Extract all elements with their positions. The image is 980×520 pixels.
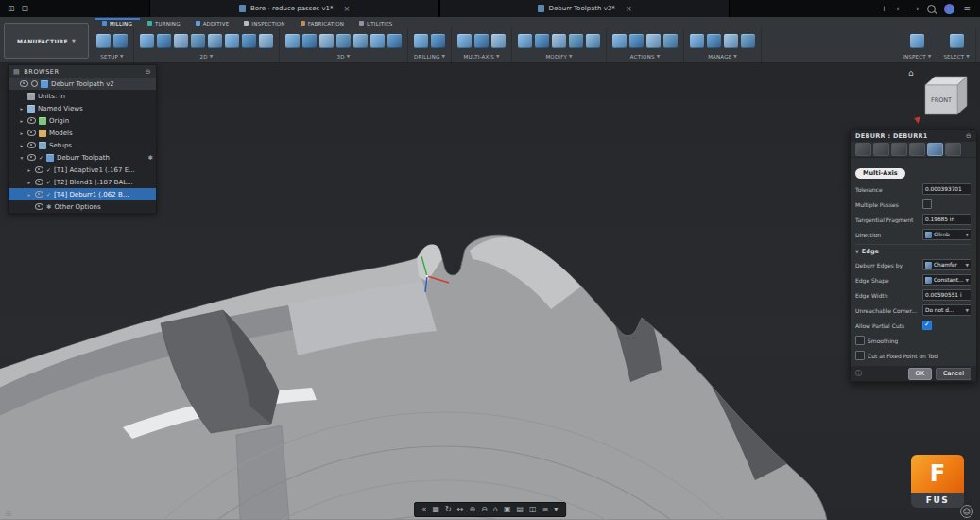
- ribbon-tool-icon[interactable]: [174, 34, 188, 48]
- document-tab-deburr[interactable]: Deburr Toolpath v2* ×: [439, 0, 730, 17]
- section-header-edge[interactable]: ▼Edge: [855, 244, 971, 257]
- ribbon-tool-icon[interactable]: [319, 34, 334, 48]
- direction-select[interactable]: Climb▼: [922, 229, 971, 240]
- user-avatar[interactable]: [944, 4, 954, 14]
- multiple-passes-checkbox[interactable]: [922, 199, 932, 209]
- app-grid-icon[interactable]: ⊞: [8, 4, 15, 13]
- tree-caret-icon[interactable]: ▸: [19, 130, 25, 136]
- ribbon-group-label[interactable]: 2D▼: [200, 51, 214, 61]
- dialog-tab-display-icon[interactable]: [945, 143, 961, 156]
- nav-look-at-icon[interactable]: ▣: [504, 503, 511, 516]
- ribbon-tool-icon[interactable]: [370, 34, 385, 48]
- nav-display-settings-icon[interactable]: ≡: [542, 503, 549, 516]
- visibility-eye-icon[interactable]: [35, 179, 43, 185]
- tab-close-icon[interactable]: ×: [344, 5, 351, 13]
- ribbon-tool-icon[interactable]: [191, 34, 205, 48]
- ribbon-tab-turning[interactable]: TURNING: [140, 18, 188, 28]
- ribbon-group-label[interactable]: DRILLING▼: [414, 51, 445, 61]
- cancel-button[interactable]: Cancel: [936, 368, 971, 380]
- ok-button[interactable]: OK: [908, 368, 932, 380]
- ribbon-tool-icon[interactable]: [629, 34, 644, 48]
- ribbon-tool-icon[interactable]: [646, 34, 661, 48]
- ribbon-tool-icon[interactable]: [612, 34, 627, 48]
- undo-icon[interactable]: ←: [896, 4, 903, 13]
- ribbon-tool-icon[interactable]: [140, 34, 154, 48]
- ribbon-tool-icon[interactable]: [491, 34, 506, 48]
- ribbon-tool-icon[interactable]: [569, 34, 583, 48]
- ribbon-tool-icon[interactable]: [586, 34, 600, 48]
- browser-row-t4-deburr1-062-b[interactable]: ▸✓[T4] Deburr1 (.062 B...: [9, 188, 156, 200]
- ribbon-tool-icon[interactable]: [208, 34, 222, 48]
- visibility-eye-icon[interactable]: [27, 117, 36, 124]
- nav-zoom-in-icon[interactable]: ⊕: [469, 503, 475, 516]
- browser-row-origin[interactable]: ▸Origin: [9, 114, 156, 127]
- workspace-selector[interactable]: MANUFACTURE ▼: [4, 23, 89, 59]
- dialog-tab-passes-icon[interactable]: [909, 143, 925, 156]
- menu-icon[interactable]: ≡: [963, 4, 971, 13]
- ribbon-tool-icon[interactable]: [552, 34, 566, 48]
- visibility-eye-icon[interactable]: [27, 142, 36, 148]
- ribbon-tool-icon[interactable]: [414, 34, 428, 48]
- nav-viewports-icon[interactable]: ◫: [529, 503, 537, 516]
- document-tab-bore[interactable]: Bore - reduce passes v1* ×: [149, 0, 439, 17]
- tree-caret-icon[interactable]: ▾: [19, 155, 25, 161]
- layout-grid-icon[interactable]: ⊞: [5, 509, 12, 518]
- browser-row-deburr-toolpath[interactable]: ▾✓Deburr Toolpath✱: [9, 151, 156, 164]
- tangential-fragment-input[interactable]: 0.19685 in: [922, 214, 971, 225]
- ribbon-tool-icon[interactable]: [157, 34, 171, 48]
- nav-collapse-icon[interactable]: «: [422, 503, 427, 516]
- visibility-eye-icon[interactable]: [27, 130, 36, 136]
- dialog-collapse-icon[interactable]: ⊖: [966, 132, 971, 140]
- ribbon-tool-icon[interactable]: [113, 34, 128, 48]
- browser-row-t1-adaptive1-167-e[interactable]: ▸✓[T1] Adaptive1 (.167 E...: [9, 164, 156, 176]
- browser-row-setups[interactable]: ▸Setups: [9, 139, 156, 151]
- ribbon-tool-icon[interactable]: [724, 34, 738, 48]
- allow-partial-cuts-checkbox[interactable]: [922, 321, 932, 330]
- nav-home-icon[interactable]: ⌂: [493, 503, 498, 516]
- ribbon-tab-milling[interactable]: MILLING: [95, 18, 140, 28]
- browser-row-units-in[interactable]: Units: in: [9, 90, 156, 102]
- ribbon-group-label[interactable]: INSPECT▼: [903, 51, 931, 61]
- ribbon-tool-icon[interactable]: [96, 34, 111, 48]
- nav-zoom-out-icon[interactable]: ⊖: [481, 503, 488, 516]
- ribbon-tool-icon[interactable]: [336, 34, 351, 48]
- visibility-eye-icon[interactable]: [27, 154, 36, 161]
- tree-caret-icon[interactable]: ▸: [19, 106, 25, 112]
- ribbon-tool-icon[interactable]: [457, 34, 472, 48]
- ribbon-tool-icon[interactable]: [910, 34, 924, 48]
- ribbon-tab-inspection[interactable]: INSPECTION: [236, 18, 292, 28]
- visibility-eye-icon[interactable]: [35, 191, 43, 198]
- gear-icon[interactable]: ✱: [148, 154, 153, 162]
- nav-more-icon[interactable]: ▾: [554, 503, 558, 516]
- smoothing-checkbox[interactable]: [855, 336, 865, 345]
- ribbon-tab-utilities[interactable]: UTILITIES: [352, 18, 400, 28]
- ribbon-group-label[interactable]: MANAGE▼: [708, 51, 737, 61]
- ribbon-tool-icon[interactable]: [950, 34, 964, 48]
- unreachable-corner-select[interactable]: Do not d...▼: [922, 304, 971, 316]
- tolerance-input[interactable]: 0.000393701: [922, 183, 971, 195]
- ribbon-tool-icon[interactable]: [353, 34, 368, 48]
- cut-at-fixed-point-on-tool-checkbox[interactable]: [855, 351, 865, 360]
- ribbon-tool-icon[interactable]: [285, 34, 300, 48]
- tree-caret-icon[interactable]: ▸: [19, 118, 25, 124]
- browser-row-models[interactable]: ▸Models: [9, 127, 156, 139]
- tree-caret-icon[interactable]: ▸: [19, 143, 25, 148]
- ribbon-tool-icon[interactable]: [259, 34, 273, 48]
- ribbon-tool-icon[interactable]: [242, 34, 256, 48]
- home-view-icon[interactable]: ⌂: [908, 68, 914, 78]
- edge-shape-select[interactable]: Constant...▼: [922, 274, 971, 286]
- browser-header[interactable]: ▤ BROWSER ⊖: [9, 65, 156, 78]
- nav-grid-icon[interactable]: ▤: [517, 503, 524, 516]
- ribbon-tool-icon[interactable]: [518, 34, 532, 48]
- ribbon-tool-icon[interactable]: [387, 34, 402, 48]
- ribbon-tool-icon[interactable]: [535, 34, 549, 48]
- ribbon-group-label[interactable]: SELECT▼: [943, 51, 970, 61]
- help-assistant-icon[interactable]: ☺: [960, 505, 973, 518]
- ribbon-tool-icon[interactable]: [431, 34, 445, 48]
- ribbon-tool-icon[interactable]: [663, 34, 678, 48]
- nav-pan-icon[interactable]: ↔: [457, 503, 464, 516]
- visibility-eye-icon[interactable]: [35, 166, 43, 173]
- ribbon-tab-additive[interactable]: ADDITIVE: [188, 18, 237, 28]
- ribbon-group-label[interactable]: MODIFY▼: [545, 51, 572, 61]
- info-icon[interactable]: ⓘ: [855, 369, 862, 378]
